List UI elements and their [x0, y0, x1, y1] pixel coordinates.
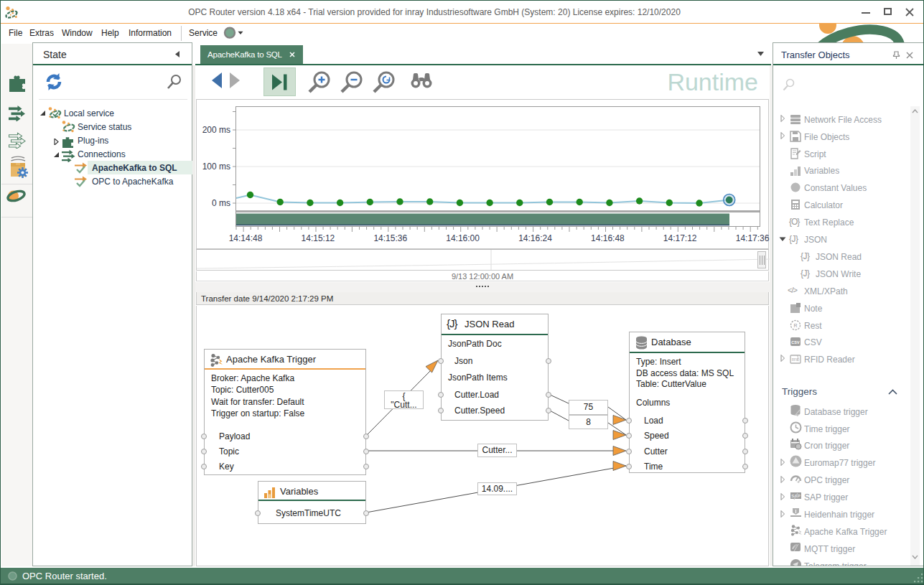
- svg-text:100 ms: 100 ms: [202, 162, 230, 172]
- svg-text:CSV: CSV: [791, 340, 800, 345]
- svg-text:14:17:12: 14:17:12: [663, 233, 697, 243]
- svg-text:0 ms: 0 ms: [212, 198, 230, 208]
- svg-text:14:16:48: 14:16:48: [591, 233, 625, 243]
- svg-text:14:16:24: 14:16:24: [518, 233, 552, 243]
- svg-text:14:15:12: 14:15:12: [302, 233, 335, 243]
- svg-text:14:17:36: 14:17:36: [736, 233, 770, 243]
- svg-text:R: R: [793, 323, 797, 328]
- svg-text:14:15:36: 14:15:36: [373, 233, 407, 243]
- svg-text:RFID: RFID: [792, 358, 800, 362]
- svg-text:14:16:00: 14:16:00: [446, 233, 480, 243]
- svg-text:14:14:48: 14:14:48: [229, 233, 263, 243]
- svg-text:200 ms: 200 ms: [202, 125, 230, 135]
